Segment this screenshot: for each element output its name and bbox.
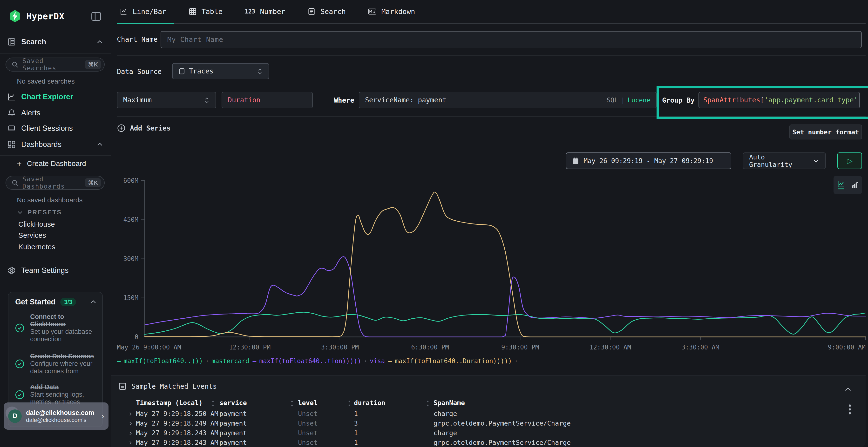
line-view-toggle-icon[interactable] [837,180,845,190]
svg-text:9:30:00 PM: 9:30:00 PM [501,344,539,351]
legend-item[interactable]: —maxIf(toFloat640..Duration)))))· [388,357,521,365]
tab-line-bar[interactable]: Line/Bar [120,7,166,16]
tab-table[interactable]: Table [189,7,222,16]
list-doc-icon [307,7,316,16]
svg-text:450M: 450M [123,216,138,223]
dashboards-label: Dashboards [21,140,61,149]
checklist-item-data-sources[interactable]: Create Data Sources Configure where your… [15,353,99,375]
check-circle-icon [15,323,25,333]
event-cell: grpc.oteldemo.PaymentService/Charge [434,439,571,446]
column-header-spanname[interactable]: SpanName [434,399,465,407]
play-icon: ▷ [847,157,852,165]
tab-label: Table [202,7,222,16]
set-number-format-button[interactable]: Set number format [789,125,862,139]
event-cell: Unset [298,439,317,446]
tab-underline-track [117,23,866,24]
event-cell: 1 [354,429,358,437]
legend-group: visa [370,357,385,365]
legend-item[interactable]: —maxIf(toFloat640..)))·mastercard [117,357,249,365]
plus-icon: + [17,160,22,167]
event-row[interactable]: May 27 9:29:18.249 AMpaymentUnset3grpc.o… [111,419,866,429]
sidebar-section-search[interactable]: Search [7,38,103,46]
event-cell: grpc.oteldemo.PaymentService/Charge [434,419,571,427]
preset-services[interactable]: Services [18,231,46,239]
add-series-button[interactable]: Add Series [117,124,171,133]
checklist-item-connect[interactable]: Connect to ClickHouse Set up your databa… [15,313,99,343]
expand-row-chevron-icon[interactable] [128,431,133,436]
svg-text:3:30:00 AM: 3:30:00 AM [682,344,719,351]
granularity-select[interactable]: Auto Granularity [743,152,826,169]
sidebar-item-team-settings[interactable]: Team Settings [7,266,103,275]
tab-markdown[interactable]: Markdown [368,7,415,16]
expand-row-chevron-icon[interactable] [128,421,133,426]
group-by-label: Group By [662,96,695,104]
saved-dashboards-input[interactable]: Saved Dashboards ⌘K [5,176,105,190]
group-by-string: 'app.payment.card_type' [764,96,858,104]
logo[interactable]: HyperDX [8,9,65,23]
presets-toggle[interactable]: PRESETS [17,209,62,216]
date-range-picker[interactable]: May 26 09:29:19 - May 27 09:29:19 [566,152,731,169]
event-row[interactable]: May 27 9:29:18.243 AMpaymentUnset1charge [111,429,866,439]
where-field[interactable]: ServiceName: payment SQL | Lucene [359,92,656,108]
sidebar-item-client-sessions[interactable]: Client Sessions [7,124,103,133]
chevron-up-icon[interactable] [96,141,103,148]
expand-row-chevron-icon[interactable] [128,440,133,446]
team-settings-label: Team Settings [21,266,68,275]
markdown-icon [368,7,377,16]
events-panel-header[interactable]: Sample Matched Events [118,382,217,390]
sidebar-item-chart-explorer[interactable]: Chart Explorer [7,93,103,101]
legend-dash: — [253,357,256,365]
column-header-service[interactable]: service [219,399,247,407]
column-resize-handle[interactable] [348,400,350,408]
tab-label: Markdown [381,7,415,16]
svg-text:May 26 9:00:00 AM: May 26 9:00:00 AM [117,344,181,351]
bar-view-toggle-icon[interactable] [851,181,859,189]
collapse-panel-chevron-icon[interactable] [844,385,852,394]
search-icon [11,179,19,186]
group-by-field[interactable]: SpanAttributes['app.payment.card_type'] [699,92,860,108]
add-series-label: Add Series [130,124,171,132]
sidebar-item-alerts[interactable]: Alerts [7,109,103,117]
create-dashboard-button[interactable]: + Create Dashboard [17,160,103,168]
aggregation-select[interactable]: Maximum [117,92,216,108]
expand-row-chevron-icon[interactable] [128,411,133,417]
list-doc-icon [118,382,127,390]
collapse-sidebar-icon[interactable] [91,11,101,21]
sidebar-item-dashboards[interactable]: Dashboards [7,140,103,149]
avatar: D [8,409,22,423]
column-header-duration[interactable]: duration [354,399,385,407]
chevron-up-icon[interactable] [96,38,103,45]
lucene-mode-button[interactable]: Lucene [628,97,650,104]
column-resize-handle[interactable] [291,400,293,408]
event-cell: Unset [298,429,317,437]
run-query-button[interactable]: ▷ [837,152,862,169]
hyperdx-logo-icon [8,9,22,23]
chart-name-input[interactable] [167,35,856,44]
get-started-badge: 3/3 [60,298,76,306]
event-cell: Unset [298,410,317,417]
legend-item[interactable]: —maxIf(toFloat640..tion)))))·visa [253,357,385,365]
column-resize-handle[interactable] [427,400,429,408]
group-by-lbracket: [ [760,96,764,104]
alerts-label: Alerts [21,109,40,117]
saved-dashboards-placeholder: Saved Dashboards [23,176,81,190]
chart-name-field[interactable] [161,31,862,48]
saved-searches-input[interactable]: Saved Searches ⌘K [5,58,105,72]
chevron-up-icon[interactable] [90,299,97,306]
sql-mode-button[interactable]: SQL [607,97,618,104]
event-row[interactable]: May 27 9:29:18.243 AMpaymentUnset1grpc.o… [111,439,866,447]
user-menu[interactable]: D dale@clickhouse.com dale@clickhouse.co… [4,403,108,429]
preset-kubernetes[interactable]: Kubernetes [18,243,55,251]
tab-search[interactable]: Search [307,7,346,16]
preset-clickhouse[interactable]: ClickHouse [18,220,55,228]
data-source-select[interactable]: Traces [172,63,269,79]
column-resize-handle[interactable] [212,400,214,408]
event-cell: May 27 9:29:18.249 AM [136,419,218,427]
legend-separator: · [364,357,368,365]
metric-field[interactable]: Duration [222,92,313,108]
event-row[interactable]: May 27 9:29:18.250 AMpaymentUnset1charge [111,410,866,419]
timeseries-chart[interactable]: 0150M300M450M600MMay 26 9:00:00 AM12:30:… [117,172,867,352]
column-header-timestamp-local-[interactable]: Timestamp (Local) [136,399,203,407]
column-header-level[interactable]: level [298,399,317,407]
tab-number[interactable]: 123 Number [245,7,285,16]
